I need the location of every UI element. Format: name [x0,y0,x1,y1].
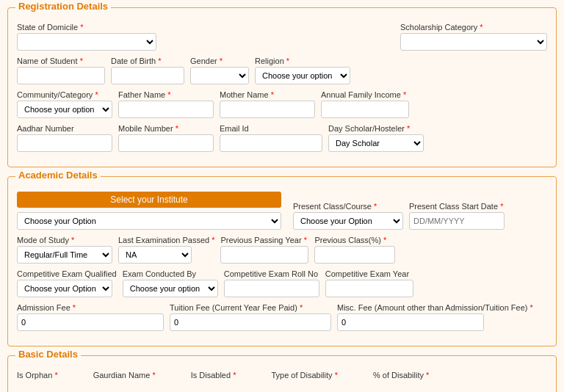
scholarship-category-select[interactable] [400,33,547,51]
community-select[interactable]: Choose your option [17,101,112,118]
father-name-label: Father Name * [118,90,214,99]
last-exam-label: Last Examination Passed * [118,236,214,244]
tuition-fee-input[interactable] [170,313,331,331]
name-student-input[interactable] [17,67,105,84]
gender-select[interactable] [190,67,249,84]
name-student-group: Name of Student * [17,57,105,84]
is-disabled-group: Is Disabled * [191,371,236,380]
reg-row-4: Aadhar Number Mobile Number * Email Id [17,124,547,152]
email-label: Email Id [220,124,322,133]
disability-pct-label: % of Disability * [373,371,429,380]
tuition-fee-group: Tuition Fee (Current Year Fee Paid) * [170,303,331,331]
prev-class-label: Previous Class(%) * [314,236,395,244]
dob-group: Date of Birth * [111,57,184,84]
mobile-label: Mobile Number * [118,124,214,133]
class-start-input[interactable] [409,212,505,230]
admission-fee-label: Admission Fee * [17,303,164,312]
is-orphan-group: Is Orphan * [17,371,58,380]
religion-group: Religion * Choose your option [255,57,350,84]
present-class-select[interactable]: Choose your Option [293,212,403,230]
day-scholar-group: Day Scholar/Hosteler * Day Scholar [328,124,424,152]
annual-income-label: Annual Family Income * [321,90,409,99]
guardian-label: Gaurdian Name * [93,371,156,380]
mother-name-group: Mother Name * [220,90,315,118]
comp-exam-group: Competitive Exam Qualified Choose your O… [17,269,117,297]
tuition-fee-label: Tuition Fee (Current Year Fee Paid) * [170,303,331,312]
guardian-group: Gaurdian Name * [93,371,156,380]
name-student-label: Name of Student * [17,57,105,65]
state-domicile-label: State of Domicile * [17,23,156,32]
last-exam-select[interactable]: NA [118,246,192,264]
academic-row-4: Admission Fee * Tuition Fee (Current Yea… [17,303,547,331]
class-start-label: Present Class Start Date * [409,202,505,211]
prev-year-label: Previous Passing Year * [220,236,308,244]
comp-year-input[interactable] [325,280,413,297]
scholarship-category-group: Scholarship Category * [400,23,547,51]
page-wrapper: Registration Details State of Domicile *… [0,0,564,392]
exam-conducted-label: Exam Conducted By [123,269,218,278]
mother-name-input[interactable] [220,101,315,118]
religion-select[interactable]: Choose your option [255,67,350,84]
comp-roll-group: Competitive Exam Roll No [224,269,319,297]
admission-fee-input[interactable] [17,313,164,331]
comp-exam-select[interactable]: Choose your Option [17,280,112,297]
registration-section: Registration Details State of Domicile *… [7,7,557,167]
institute-group: Select your Institute Choose your Option [17,192,281,230]
religion-label: Religion * [255,57,350,65]
gender-group: Gender * [190,57,249,84]
basic-title: Basic Details [15,349,81,360]
registration-title: Registration Details [15,1,111,12]
prev-year-input[interactable] [220,246,308,264]
basic-row-1: Is Orphan * Gaurdian Name * Is Disabled … [17,371,547,380]
comp-year-group: Competitive Exam Year [325,269,413,297]
basic-section: Basic Details Is Orphan * Gaurdian Name … [7,355,557,392]
class-start-group: Present Class Start Date * [409,202,505,230]
prev-year-group: Previous Passing Year * [220,236,308,264]
community-label: Community/Category * [17,90,112,99]
exam-conducted-group: Exam Conducted By Choose your option [123,269,218,297]
misc-fee-group: Misc. Fee (Amount other than Admission/T… [337,303,533,331]
email-input[interactable] [220,134,322,152]
dob-label: Date of Birth * [111,57,184,65]
reg-row-1: State of Domicile * Scholarship Category… [17,23,547,51]
gender-label: Gender * [190,57,249,65]
institute-btn[interactable]: Select your Institute [17,192,281,208]
father-name-input[interactable] [118,101,214,118]
institute-select[interactable]: Choose your Option [17,212,281,230]
comp-roll-input[interactable] [224,280,319,297]
academic-section: Academic Details Select your Institute C… [7,176,557,346]
aadhar-group: Aadhar Number [17,124,112,152]
academic-row-3: Competitive Exam Qualified Choose your O… [17,269,547,297]
prev-class-input[interactable] [314,246,395,264]
day-scholar-label: Day Scholar/Hosteler * [328,124,424,133]
annual-income-input[interactable] [321,101,409,118]
reg-row-2: Name of Student * Date of Birth * Gender… [17,57,547,84]
comp-roll-label: Competitive Exam Roll No [224,269,319,278]
misc-fee-input[interactable] [337,313,484,331]
is-disabled-label: Is Disabled * [191,371,236,380]
prev-class-group: Previous Class(%) * [314,236,395,264]
mother-name-label: Mother Name * [220,90,315,99]
scholarship-category-label: Scholarship Category * [400,23,547,32]
mode-study-select[interactable]: Regular/Full Time [17,246,112,264]
mode-study-label: Mode of Study * [17,236,112,244]
disability-type-label: Type of Disability * [271,371,338,380]
father-name-group: Father Name * [118,90,214,118]
dob-input[interactable] [111,67,184,84]
mode-study-group: Mode of Study * Regular/Full Time [17,236,112,264]
aadhar-input[interactable] [17,134,112,152]
last-exam-group: Last Examination Passed * NA [118,236,214,264]
state-domicile-group: State of Domicile * [17,23,156,51]
academic-row-1: Select your Institute Choose your Option… [17,192,547,230]
disability-type-group: Type of Disability * [271,371,338,380]
state-domicile-select[interactable] [17,33,156,51]
exam-conducted-select[interactable]: Choose your option [123,280,218,297]
annual-income-group: Annual Family Income * [321,90,409,118]
admission-fee-group: Admission Fee * [17,303,164,331]
is-orphan-label: Is Orphan * [17,371,58,380]
present-class-group: Present Class/Course * Choose your Optio… [293,202,403,230]
day-scholar-select[interactable]: Day Scholar [328,134,424,152]
email-group: Email Id [220,124,322,152]
mobile-input[interactable] [118,134,214,152]
comp-year-label: Competitive Exam Year [325,269,413,278]
